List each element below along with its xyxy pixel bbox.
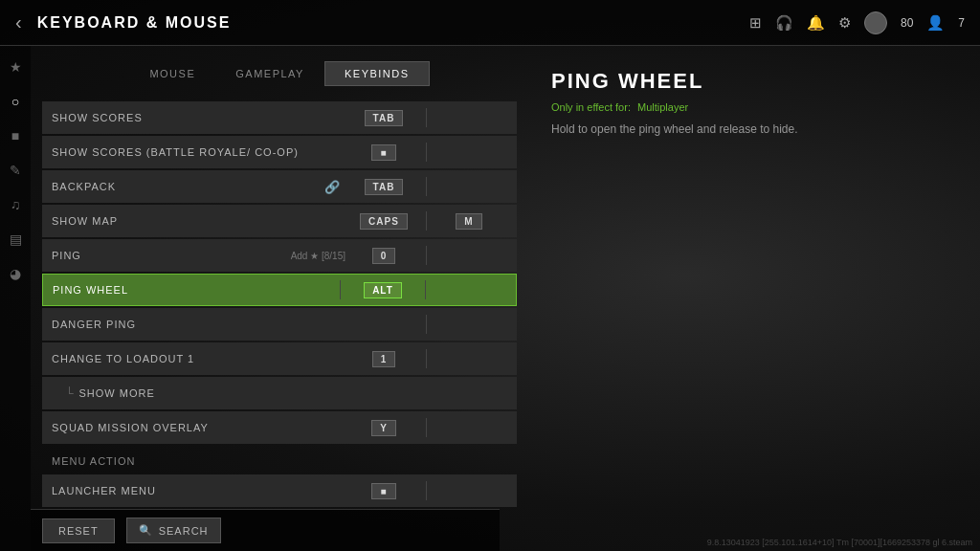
bottom-bar: RESET 🔍 SEARCH: [31, 509, 500, 551]
key-slot-br-1[interactable]: ■: [345, 140, 422, 165]
key-slot-show-scores-1[interactable]: TAB: [345, 105, 422, 130]
indent-icon: └: [65, 386, 74, 400]
header: ‹ KEYBOARD & MOUSE ⊞ 🎧 🔔 ⚙ 80 👤 7: [0, 0, 980, 46]
key-slot-pingwheel-1[interactable]: ALT: [345, 277, 421, 302]
avatar[interactable]: [864, 11, 887, 34]
key-slot-backpack-1[interactable]: TAB: [345, 174, 422, 199]
key-slot-loadout-2[interactable]: [431, 346, 507, 371]
key-slot-pingwheel-2[interactable]: [430, 277, 506, 302]
sidebar-icon-edit[interactable]: ✎: [6, 161, 25, 180]
key-slot-squad-2[interactable]: [431, 415, 507, 440]
keybind-row-show-more[interactable]: └ SHOW MORE: [42, 377, 517, 409]
bell-icon[interactable]: 🔔: [807, 14, 825, 32]
section-header-menu: MENU ACTION: [42, 446, 517, 473]
keybind-row-show-scores[interactable]: SHOW SCORES TAB: [42, 101, 517, 134]
tab-gameplay[interactable]: GAMEPLAY: [215, 61, 324, 86]
key-slot-danger-2[interactable]: [431, 312, 507, 337]
main-area: MOUSE GAMEPLAY KEYBINDS SHOW SCORES TAB: [31, 46, 980, 551]
key-slot-launcher-1[interactable]: ■: [345, 478, 422, 503]
right-panel: PING WHEEL Only in effect for: Multiplay…: [528, 46, 980, 551]
tab-bar: MOUSE GAMEPLAY KEYBINDS: [129, 61, 429, 86]
search-button[interactable]: 🔍 SEARCH: [126, 518, 221, 543]
key-slot-br-2[interactable]: [431, 140, 507, 165]
sidebar-icon-audio[interactable]: ♫: [6, 195, 25, 214]
sidebar-icon-signal[interactable]: ◕: [6, 264, 25, 283]
keybind-row-loadout[interactable]: CHANGE TO LOADOUT 1 1: [42, 342, 517, 375]
key-slot-show-scores-2[interactable]: [431, 105, 507, 130]
ping-wheel-title: PING WHEEL: [551, 69, 957, 94]
sidebar-icon-grid[interactable]: ▤: [6, 230, 25, 249]
key-slot-launcher-2[interactable]: [431, 478, 507, 503]
sidebar-icon-star[interactable]: ★: [6, 57, 25, 77]
key-divider: [426, 315, 427, 334]
keybind-row-ping[interactable]: PING Add ★ [8/15] 0: [42, 239, 517, 272]
page-title: KEYBOARD & MOUSE: [37, 14, 232, 32]
tab-keybinds[interactable]: KEYBINDS: [324, 61, 430, 86]
xp-label: 80: [901, 16, 913, 30]
keybind-row-ping-wheel[interactable]: PING WHEEL ALT: [42, 274, 517, 306]
key-slot-squad-1[interactable]: Y: [345, 415, 422, 440]
search-icon: 🔍: [139, 524, 153, 537]
key-divider: [426, 143, 427, 162]
key-divider: [426, 349, 427, 368]
headphones-icon[interactable]: 🎧: [775, 14, 793, 32]
back-button[interactable]: ‹: [15, 11, 22, 33]
keybind-row-show-scores-br[interactable]: SHOW SCORES (BATTLE ROYALE/ CO-OP) ■: [42, 136, 517, 168]
keybind-row-show-map[interactable]: SHOW MAP CAPS M: [42, 205, 517, 237]
ping-wheel-desc: Hold to open the ping wheel and release …: [551, 121, 957, 138]
reset-button[interactable]: RESET: [42, 518, 115, 543]
backpack-icon: 🔗: [324, 180, 340, 194]
key-divider: [426, 177, 427, 196]
settings-icon[interactable]: ⚙: [838, 14, 851, 32]
players-count: 7: [958, 16, 965, 30]
players-icon: 👤: [926, 14, 945, 32]
tab-mouse[interactable]: MOUSE: [129, 61, 215, 86]
key-slot-map-2[interactable]: M: [431, 209, 507, 233]
key-divider: [426, 481, 427, 500]
header-right: ⊞ 🎧 🔔 ⚙ 80 👤 7: [749, 11, 965, 34]
effect-value: Multiplayer: [637, 101, 688, 113]
key-slot-danger-1[interactable]: [345, 312, 422, 337]
key-divider: [426, 211, 427, 231]
ping-add-label[interactable]: Add ★ [8/15]: [291, 251, 345, 261]
sidebar: ★ ○ ■ ✎ ♫ ▤ ◕: [0, 46, 31, 551]
key-divider: [340, 280, 341, 299]
key-slot-loadout-1[interactable]: 1: [345, 346, 422, 371]
key-divider: [426, 246, 427, 265]
key-slot-ping-2[interactable]: [431, 243, 507, 268]
keybind-row-danger-ping[interactable]: DANGER PING: [42, 308, 517, 341]
key-slot-backpack-2[interactable]: [431, 174, 507, 199]
left-panel: MOUSE GAMEPLAY KEYBINDS SHOW SCORES TAB: [31, 46, 528, 551]
keybind-row-backpack[interactable]: BACKPACK 🔗 TAB: [42, 170, 517, 203]
key-slot-map-1[interactable]: CAPS: [345, 209, 422, 233]
key-slot-ping-1[interactable]: 0: [345, 243, 422, 268]
key-divider: [425, 280, 426, 299]
keybind-row-squad-mission[interactable]: SQUAD MISSION OVERLAY Y: [42, 411, 517, 444]
sidebar-icon-mouse[interactable]: ○: [6, 92, 25, 111]
keybind-list: SHOW SCORES TAB SHOW SCORES (BATTLE ROYA…: [42, 101, 517, 551]
key-divider: [426, 418, 427, 437]
key-divider: [426, 108, 427, 127]
grid-icon[interactable]: ⊞: [749, 14, 762, 32]
sidebar-icon-gamepad[interactable]: ■: [6, 126, 25, 145]
keybind-row-launcher[interactable]: LAUNCHER MENU ■: [42, 474, 517, 507]
ping-wheel-effect: Only in effect for: Multiplayer: [551, 101, 957, 113]
